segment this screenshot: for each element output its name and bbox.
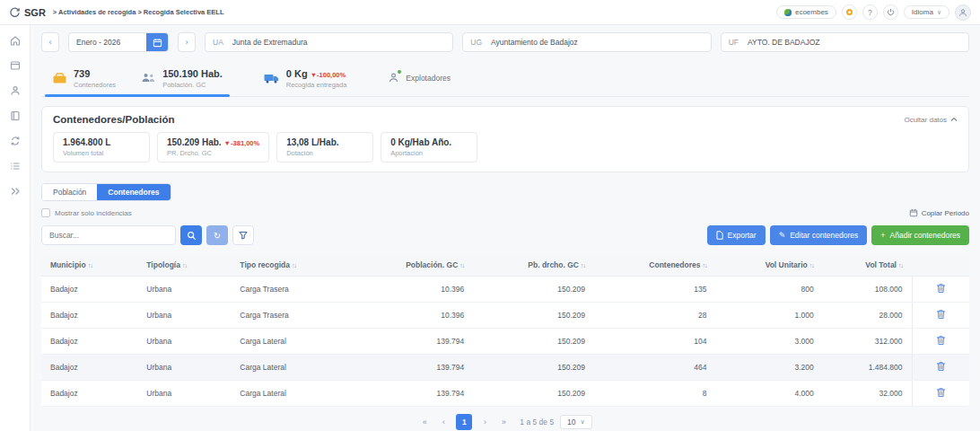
- breadcrumb[interactable]: > Actividades de recogida > Recogida Sel…: [53, 8, 224, 16]
- list-icon: [9, 160, 22, 172]
- cell-vol-unitario: 3.000: [715, 329, 822, 355]
- logout-button[interactable]: [883, 4, 898, 20]
- row-actions-cell: [912, 381, 969, 407]
- next-period-button[interactable]: ›: [178, 32, 196, 52]
- trash-icon: [936, 387, 946, 398]
- summary-tab-explotadores[interactable]: Explotadores: [381, 63, 458, 96]
- double-chevron-right-icon: [9, 185, 22, 198]
- book-icon: [9, 110, 22, 122]
- page-size-select[interactable]: 10 ∨: [560, 415, 592, 429]
- chevron-down-icon: ∨: [937, 9, 941, 16]
- period-input[interactable]: [69, 38, 146, 47]
- containers-value: 739: [74, 68, 90, 79]
- sort-icon[interactable]: ↑↓: [182, 262, 187, 268]
- truck-icon: [264, 72, 280, 84]
- sort-icon[interactable]: ↑↓: [702, 262, 706, 268]
- stat-dotacion: 13,08 L/Hab. Dotación: [276, 132, 373, 163]
- sort-icon[interactable]: ↑↓: [581, 262, 585, 268]
- delete-row-button[interactable]: [936, 309, 946, 320]
- incidences-label: Mostrar solo incidencias: [55, 209, 132, 217]
- page-1-button[interactable]: 1: [456, 414, 472, 430]
- cell-vol-total: 1.484.800: [823, 355, 912, 381]
- column-header[interactable]: Contenedores↑↓: [594, 254, 715, 277]
- delete-row-button[interactable]: [936, 335, 946, 346]
- previous-period-button[interactable]: ‹: [41, 32, 59, 52]
- column-header[interactable]: Tipología↑↓: [137, 254, 231, 277]
- cell-contenedores: 464: [594, 355, 715, 381]
- cell-municipio: Badajoz: [41, 381, 137, 407]
- delete-row-button[interactable]: [936, 387, 946, 398]
- sidebar-expand-button[interactable]: [9, 185, 22, 198]
- sidebar-item-users[interactable]: [9, 84, 22, 97]
- calendar-icon: [153, 38, 162, 48]
- tab-poblacion[interactable]: Población: [42, 184, 97, 200]
- cell-tipolog-a: Urbana: [137, 381, 231, 407]
- summary-tab-recogida[interactable]: 0 Kg▼-100,00% Recogida entregada: [257, 63, 354, 96]
- column-header[interactable]: Municipio↑↓: [41, 254, 137, 277]
- cell-municipio: Badajoz: [41, 355, 137, 381]
- app-logo[interactable]: SGR: [9, 6, 46, 18]
- sort-icon[interactable]: ↑↓: [292, 262, 296, 268]
- ug-field[interactable]: UG Ayuntamiento de Badajoz: [462, 32, 711, 52]
- filter-button[interactable]: [232, 225, 254, 245]
- sidebar-rail: [0, 25, 31, 431]
- collection-value: 0 Kg: [286, 68, 308, 79]
- container-icon: [52, 72, 67, 84]
- row-actions-cell: [912, 277, 969, 303]
- sort-icon[interactable]: ↑↓: [88, 262, 92, 268]
- sidebar-item-inventory[interactable]: [9, 59, 22, 72]
- sort-icon[interactable]: ↑↓: [898, 262, 903, 268]
- export-button[interactable]: Exportar: [707, 225, 766, 245]
- person-icon: [9, 84, 22, 97]
- summary-tab-contenedores-poblacion[interactable]: 739 Contenedores 150.190 Hab. Población.…: [45, 63, 230, 96]
- add-containers-button[interactable]: + Añadir contenedores: [871, 225, 969, 245]
- ua-field[interactable]: UA Junta de Extremadura: [205, 32, 453, 52]
- avatar[interactable]: [955, 4, 971, 21]
- calendar-button[interactable]: [146, 32, 168, 52]
- cell-pb-drcho-gc: 150.209: [473, 381, 594, 407]
- hide-data-button[interactable]: Ocultar datos: [904, 116, 958, 124]
- sidebar-item-sync[interactable]: [9, 135, 22, 147]
- refresh-button[interactable]: ↻: [206, 225, 228, 245]
- cell-tipolog-a: Urbana: [137, 277, 231, 303]
- column-header[interactable]: Tipo recogida↑↓: [231, 254, 350, 277]
- view-tabs: Población Contenedores: [41, 183, 171, 201]
- next-page-button[interactable]: ›: [478, 415, 491, 429]
- help-button[interactable]: ?: [862, 4, 878, 20]
- sidebar-item-home[interactable]: [9, 34, 22, 47]
- search-input[interactable]: [41, 225, 176, 245]
- column-header[interactable]: Vol Total↑↓: [823, 254, 912, 277]
- table-row: BadajozUrbanaCarga Trasera10.396150.2092…: [41, 303, 969, 329]
- sidebar-item-reports[interactable]: [9, 110, 22, 122]
- ecoembes-badge[interactable]: ecoembes: [776, 5, 836, 19]
- last-page-button[interactable]: »: [497, 415, 510, 429]
- cell-vol-unitario: 1.000: [715, 303, 822, 329]
- language-selector[interactable]: Idioma ∨: [904, 5, 949, 19]
- help-icon: ?: [868, 8, 872, 17]
- incidences-checkbox[interactable]: Mostrar solo incidencias: [41, 208, 132, 217]
- sort-icon[interactable]: ↑↓: [459, 262, 464, 268]
- cell-pb-drcho-gc: 150.209: [473, 303, 594, 329]
- uf-field[interactable]: UF AYTO. DE BADAJOZ: [721, 32, 969, 52]
- delete-row-button[interactable]: [936, 283, 946, 294]
- prev-page-button[interactable]: ‹: [437, 415, 450, 429]
- box-icon: [9, 59, 22, 72]
- collection-label: Recogida entregada: [286, 81, 347, 89]
- first-page-button[interactable]: «: [418, 415, 431, 429]
- population-label: Población. GC: [162, 81, 223, 89]
- stat-delta: ▼-381,00%: [224, 139, 260, 147]
- sort-icon[interactable]: ↑↓: [809, 262, 814, 268]
- topbar-actions: ecoembes ? Idioma ∨: [776, 4, 971, 21]
- copy-period-button[interactable]: Copiar Periodo: [909, 208, 969, 217]
- column-header[interactable]: Población. GC↑↓: [350, 254, 473, 277]
- sidebar-item-list[interactable]: [9, 160, 22, 172]
- period-picker: [68, 32, 169, 52]
- column-header[interactable]: Pb. drcho. GC↑↓: [473, 254, 594, 277]
- tab-contenedores[interactable]: Contenedores: [97, 184, 170, 200]
- search-button[interactable]: [180, 225, 202, 245]
- edit-containers-button[interactable]: ✎ Editar contenedores: [770, 225, 868, 245]
- column-header[interactable]: Vol Unitario↑↓: [715, 254, 822, 277]
- export-icon: [716, 231, 723, 240]
- notifications-button[interactable]: [842, 4, 857, 20]
- delete-row-button[interactable]: [936, 361, 946, 372]
